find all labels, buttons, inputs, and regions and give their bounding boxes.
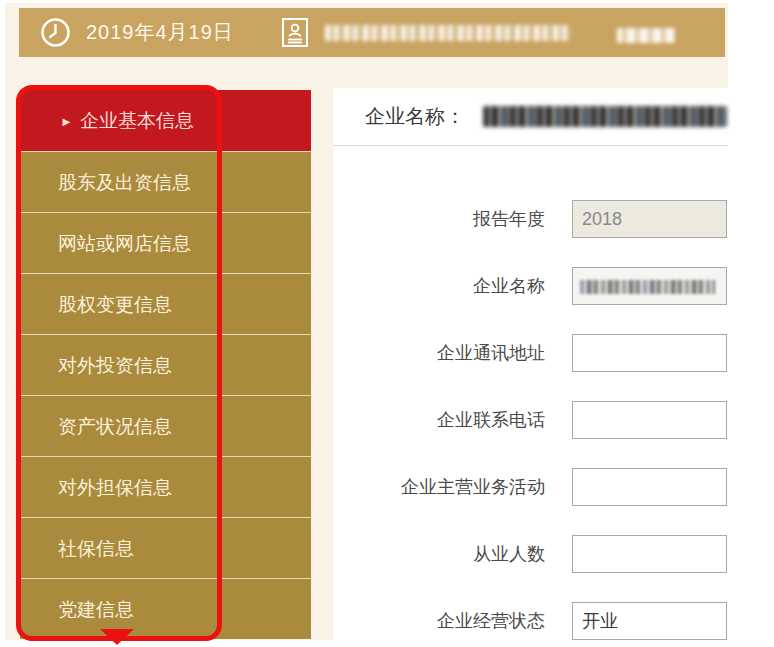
form-row-operating-status: 企业经营状态	[333, 602, 728, 640]
company-name-redacted-value	[580, 280, 715, 294]
header-bar: 2019年4月19日	[19, 8, 725, 57]
sidebar-item-social-security[interactable]: 社保信息	[20, 517, 311, 578]
sidebar-item-external-guarantee[interactable]: 对外担保信息	[20, 456, 311, 517]
page-title: 企业名称：	[365, 88, 465, 145]
sidebar-item-label: 企业基本信息	[80, 110, 194, 131]
sidebar-item-label: 对外担保信息	[58, 477, 172, 498]
form-row-employee-count: 从业人数	[333, 535, 728, 573]
main-business-input[interactable]	[572, 468, 727, 506]
header-company-name-redacted	[325, 25, 571, 41]
sidebar-item-label: 资产状况信息	[58, 416, 172, 437]
form-row-company-name: 企业名称	[333, 267, 728, 305]
sidebar-item-label: 党建信息	[58, 599, 134, 620]
sidebar-item-shareholders[interactable]: 股东及出资信息	[20, 151, 311, 212]
active-arrow-icon: ►	[60, 114, 73, 129]
sidebar-item-basic-info[interactable]: ►企业基本信息	[20, 90, 311, 151]
mailing-address-input[interactable]	[572, 334, 727, 372]
main-content-panel: 企业名称： 报告年度 企业名称 企业通讯地址 企业联系电话 企业主营业务活动 从…	[333, 88, 728, 647]
header-date: 2019年4月19日	[86, 8, 234, 57]
clock-icon	[40, 17, 71, 48]
form-row-mailing-address: 企业通讯地址	[333, 334, 728, 372]
sidebar-item-external-investment[interactable]: 对外投资信息	[20, 334, 311, 395]
field-label: 企业联系电话	[333, 401, 545, 439]
company-name-input	[572, 267, 727, 305]
sidebar-item-website[interactable]: 网站或网店信息	[20, 212, 311, 273]
sidebar-item-label: 对外投资信息	[58, 355, 172, 376]
sidebar-item-assets-status[interactable]: 资产状况信息	[20, 395, 311, 456]
sidebar-item-label: 股东及出资信息	[58, 172, 191, 193]
sidebar-item-equity-change[interactable]: 股权变更信息	[20, 273, 311, 334]
field-label: 企业经营状态	[333, 602, 545, 640]
id-card-icon	[280, 17, 310, 48]
form-row-report-year: 报告年度	[333, 200, 728, 238]
field-label: 从业人数	[333, 535, 545, 573]
form-row-contact-phone: 企业联系电话	[333, 401, 728, 439]
header-user-name-redacted	[617, 28, 675, 43]
report-year-input	[572, 200, 727, 238]
title-company-name-redacted	[483, 106, 727, 127]
sidebar-item-label: 网站或网店信息	[58, 233, 191, 254]
contact-phone-input[interactable]	[572, 401, 727, 439]
sidebar-item-party-building[interactable]: 党建信息	[20, 578, 311, 639]
content-title-row: 企业名称：	[333, 88, 728, 146]
field-label: 报告年度	[333, 200, 545, 238]
sidebar-item-label: 社保信息	[58, 538, 134, 559]
field-label: 企业名称	[333, 267, 545, 305]
sidebar-menu: ►企业基本信息 股东及出资信息 网站或网店信息 股权变更信息 对外投资信息 资产…	[20, 90, 311, 639]
sidebar-item-label: 股权变更信息	[58, 294, 172, 315]
form-row-main-business: 企业主营业务活动	[333, 468, 728, 506]
field-label: 企业主营业务活动	[333, 468, 545, 506]
field-label: 企业通讯地址	[333, 334, 545, 372]
employee-count-input[interactable]	[572, 535, 727, 573]
operating-status-input[interactable]	[572, 602, 727, 640]
